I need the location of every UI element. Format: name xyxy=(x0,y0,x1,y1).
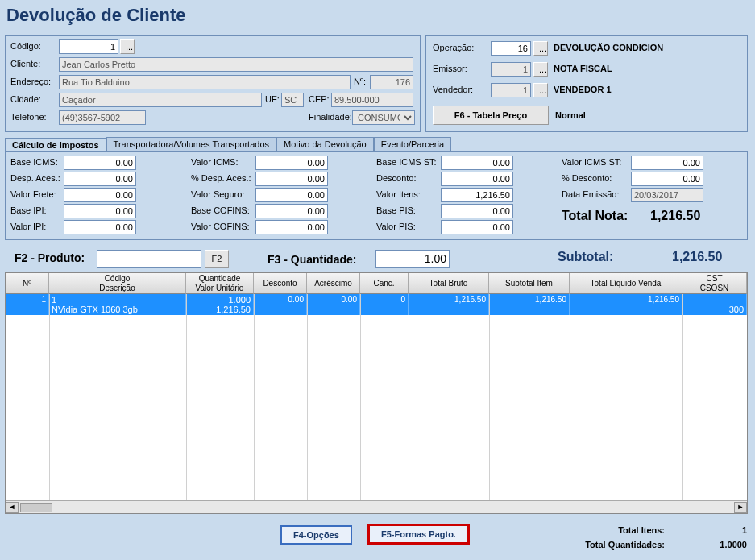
total-itens-label: Total Itens: xyxy=(618,525,665,535)
f4-opcoes-button[interactable]: F4-Opções xyxy=(280,525,352,545)
valor-icms-st2-field[interactable] xyxy=(631,156,703,170)
base-pis-label: Base PIS: xyxy=(376,205,416,215)
total-nota-label: Total Nota: xyxy=(562,209,628,223)
pct-desp-label: % Desp. Aces.: xyxy=(191,173,251,183)
operacao-label: Operação: xyxy=(433,43,474,52)
th-qtd[interactable]: Quantidade Valor Unitário xyxy=(186,273,254,294)
data-emissao-label: Data Emissão: xyxy=(562,189,620,199)
uf-field xyxy=(281,93,304,107)
data-emissao-field xyxy=(631,188,703,202)
base-ipi-field[interactable] xyxy=(64,204,136,218)
base-ipi-label: Base IPI: xyxy=(10,205,47,215)
pct-desconto-field[interactable] xyxy=(631,172,703,186)
th-num[interactable]: Nº xyxy=(6,273,49,294)
operacao-field[interactable] xyxy=(491,41,531,56)
scroll-left-button[interactable]: ◄ xyxy=(6,502,19,513)
emissor-label: Emissor: xyxy=(433,64,467,73)
cell-codigo: 1NVidia GTX 1060 3gb xyxy=(49,294,186,315)
codigo-lookup-button[interactable]: ... xyxy=(120,39,135,54)
th-canc[interactable]: Canc. xyxy=(360,273,409,294)
valor-pis-field[interactable] xyxy=(441,220,513,234)
scroll-right-button[interactable]: ► xyxy=(734,502,747,513)
emissor-lookup-button[interactable]: ... xyxy=(533,62,548,77)
vendedor-lookup-button[interactable]: ... xyxy=(533,83,548,97)
base-cofins-field[interactable] xyxy=(255,204,328,218)
valor-cofins-field[interactable] xyxy=(255,220,328,234)
th-cst[interactable]: CST CSOSN xyxy=(682,273,747,294)
f2-produto-label: F2 - Produto: xyxy=(15,251,85,264)
emissor-field xyxy=(491,62,531,77)
cell-liquido: 1,216.50 xyxy=(570,294,682,315)
pct-desconto-label: % Desconto: xyxy=(562,173,612,183)
subtotal-label: Subtotal: xyxy=(558,250,613,264)
vendedor-label: Vendedor: xyxy=(433,85,473,94)
horizontal-scrollbar[interactable]: ◄ ► xyxy=(6,500,747,513)
base-icms-st-field[interactable] xyxy=(441,156,513,170)
endereco-label: Endereço: xyxy=(10,77,51,86)
base-icms-label: Base ICMS: xyxy=(10,157,58,167)
pct-desp-field[interactable] xyxy=(255,172,328,186)
th-desc[interactable]: Desconto xyxy=(254,273,307,294)
tax-panel: Base ICMS: Desp. Aces.: Valor Frete: Bas… xyxy=(5,151,748,240)
f6-tabela-preco-button[interactable]: F6 - Tabela Preço xyxy=(433,106,549,125)
desconto-label: Desconto: xyxy=(376,173,417,183)
valor-ipi-field[interactable] xyxy=(64,220,136,234)
cell-qtd: 1.0001,216.50 xyxy=(186,294,254,315)
base-pis-field[interactable] xyxy=(441,204,513,218)
operation-panel: Operação: ... DEVOLUÇÃO CONDICION Emisso… xyxy=(425,35,748,132)
base-icms-st-label: Base ICMS ST: xyxy=(376,157,437,167)
th-bruto[interactable]: Total Bruto xyxy=(409,273,489,294)
th-liquido[interactable]: Total Líquido Venda xyxy=(570,273,682,294)
base-icms-field[interactable] xyxy=(64,156,136,170)
cell-bruto: 1,216.50 xyxy=(409,294,489,315)
finalidade-label: Finalidade: xyxy=(309,112,352,122)
codigo-field[interactable] xyxy=(59,39,118,54)
footer-bar: F4-Opções F5-Formas Pagto. Total Itens: … xyxy=(0,522,755,558)
operacao-lookup-button[interactable]: ... xyxy=(533,41,548,56)
tab-motivo-devolucao[interactable]: Motivo da Devolução xyxy=(276,137,374,151)
total-qtd-label: Total Quantidades: xyxy=(585,540,665,550)
f5-formas-pagto-button[interactable]: F5-Formas Pagto. xyxy=(367,524,470,545)
customer-panel: Código: ... Cliente: Endereço: Nº: Cidad… xyxy=(5,35,421,132)
th-subitem[interactable]: Subtotal Item xyxy=(489,273,570,294)
valor-seguro-field[interactable] xyxy=(255,188,328,202)
cell-num: 1 xyxy=(6,294,49,315)
telefone-label: Telefone: xyxy=(10,112,47,122)
cell-acr: 0.00 xyxy=(307,294,360,315)
cell-canc: 0 xyxy=(360,294,409,315)
tab-calculo-impostos[interactable]: Cálculo de Impostos xyxy=(5,138,106,151)
table-header: Nº Código Descrição Quantidade Valor Uni… xyxy=(6,273,747,294)
f3-quantidade-field[interactable] xyxy=(375,250,450,268)
finalidade-select[interactable]: CONSUMO xyxy=(352,110,415,125)
valor-seguro-label: Valor Seguro: xyxy=(191,189,244,199)
items-table[interactable]: Nº Código Descrição Quantidade Valor Uni… xyxy=(5,272,748,514)
tab-evento-parceria[interactable]: Evento/Parceria xyxy=(374,137,451,151)
vendedor-field xyxy=(491,83,531,97)
total-itens-value: 1 xyxy=(742,525,747,535)
valor-icms-field[interactable] xyxy=(255,156,328,170)
cell-desc: 0.00 xyxy=(254,294,307,315)
uf-label: UF: xyxy=(265,94,280,104)
valor-frete-field[interactable] xyxy=(64,188,136,202)
th-acr[interactable]: Acréscimo xyxy=(307,273,360,294)
codigo-label: Código: xyxy=(10,41,41,51)
tab-transportadora[interactable]: Transportadora/Volumes Transportados xyxy=(106,137,276,151)
total-qtd-value: 1.0000 xyxy=(720,540,747,550)
table-row[interactable]: 1 1NVidia GTX 1060 3gb 1.0001,216.50 0.0… xyxy=(6,294,747,315)
valor-itens-field[interactable] xyxy=(441,188,513,202)
desp-aces-field[interactable] xyxy=(64,172,136,186)
desconto-field[interactable] xyxy=(441,172,513,186)
subtotal-value: 1,216.50 xyxy=(672,250,722,264)
cidade-field xyxy=(59,93,262,107)
endereco-field xyxy=(59,75,351,89)
valor-frete-label: Valor Frete: xyxy=(10,189,56,199)
th-codigo[interactable]: Código Descrição xyxy=(49,273,186,294)
scroll-thumb[interactable] xyxy=(20,503,52,512)
page-title: Devolução de Cliente xyxy=(0,0,755,29)
f2-produto-field[interactable] xyxy=(97,250,201,268)
desp-aces-label: Desp. Aces.: xyxy=(10,173,60,183)
f2-button[interactable]: F2 xyxy=(205,250,229,268)
emissor-desc: NOTA FISCAL xyxy=(554,64,612,73)
cell-subitem: 1,216.50 xyxy=(489,294,570,315)
valor-icms-st2-label: Valor ICMS ST: xyxy=(562,157,621,167)
